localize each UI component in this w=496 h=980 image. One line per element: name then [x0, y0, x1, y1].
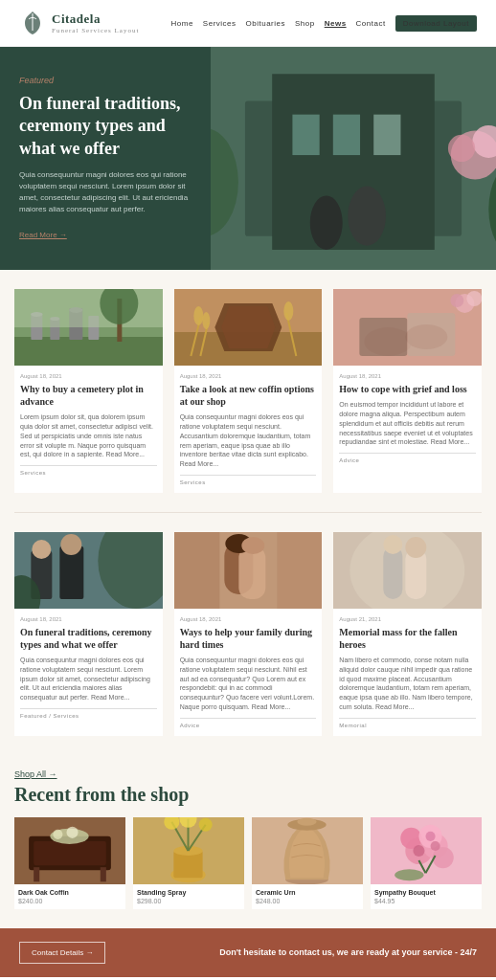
shop-title: Recent from the shop	[14, 784, 482, 806]
shop-item-3-body: Ceramic Urn $248.00	[252, 884, 363, 909]
contact-details-button[interactable]: Contact Details →	[19, 942, 105, 964]
hero-title: On funeral traditions, ceremony types an…	[19, 93, 192, 160]
blog-card-5-body: August 18, 2021 Ways to help your family…	[174, 609, 323, 736]
blog-card-4-date: August 18, 2021	[20, 616, 157, 622]
hero-content: Featured On funeral traditions, ceremony…	[0, 47, 211, 270]
blog-card-4-desc: Quia consequuntur magni dolores eos qui …	[20, 656, 157, 702]
svg-point-32	[202, 312, 210, 329]
blog-card-6-title: Memorial mass for the fallen heroes	[339, 626, 476, 651]
blog-grid-2: August 18, 2021 On funeral traditions, c…	[14, 532, 482, 736]
shop-item-4-image	[371, 817, 482, 884]
svg-point-81	[199, 817, 213, 831]
svg-point-71	[66, 827, 78, 838]
svg-point-7	[348, 187, 386, 246]
svg-rect-55	[174, 532, 219, 609]
nav-obituaries[interactable]: Obituaries	[246, 19, 285, 28]
blog-card-1-body: August 18, 2021 Why to buy a cemetery pl…	[14, 366, 163, 483]
svg-point-93	[431, 841, 440, 851]
nav-home[interactable]: Home	[171, 19, 193, 28]
svg-point-10	[448, 135, 475, 162]
blog-card-1-image	[14, 289, 163, 366]
shop-item-3-name: Ceramic Urn	[256, 889, 359, 896]
shop-item-1[interactable]: Dark Oak Coffin $240.00	[14, 817, 125, 909]
blog-card-6-tag: Memorial	[339, 723, 476, 728]
shop-item-2-body: Standing Spray $298.00	[133, 884, 244, 909]
blog-card-2-title: Take a look at new coffin options at our…	[180, 383, 317, 408]
blog-card-5-image	[174, 532, 323, 609]
shop-item-4[interactable]: Sympathy Bouquet $44.95	[371, 817, 482, 909]
blog-card-4-title: On funeral traditions, ceremony types an…	[20, 626, 157, 651]
shop-item-1-name: Dark Oak Coffin	[18, 889, 122, 896]
svg-rect-14	[14, 337, 163, 366]
shop-item-3[interactable]: Ceramic Urn $248.00	[252, 817, 363, 909]
contact-banner: Contact Details → Don't hesitate to cont…	[0, 928, 496, 977]
blog-card-2-tag: Services	[180, 479, 317, 485]
svg-rect-39	[408, 313, 456, 356]
contact-availability: 24/7	[460, 947, 477, 957]
hero-image-bg	[211, 47, 496, 270]
shop-all-link[interactable]: Shop All →	[14, 769, 57, 779]
shop-item-4-price: $44.95	[374, 898, 478, 904]
nav-contact[interactable]: Contact	[356, 19, 386, 28]
shop-grid: Dark Oak Coffin $240.00	[14, 817, 482, 909]
shop-section: Shop All → Recent from the shop	[0, 755, 496, 928]
svg-rect-56	[277, 532, 322, 609]
blog-card-5-tag: Advice	[180, 723, 317, 728]
svg-point-6	[310, 195, 343, 250]
svg-rect-4	[333, 115, 360, 155]
shop-item-2-name: Standing Spray	[137, 889, 240, 896]
blog-card-2-image	[174, 289, 323, 366]
blog-card-2-desc: Quia consequuntur magni dolores eos qui …	[180, 412, 317, 469]
svg-point-41	[467, 291, 482, 306]
blog-card-6-date: August 21, 2021	[339, 616, 476, 622]
blog-card-6-image	[333, 532, 482, 609]
blog-card-6-body: August 21, 2021 Memorial mass for the fa…	[333, 609, 482, 736]
contact-tagline: Don't hesitate to contact us, we are rea…	[219, 947, 477, 957]
nav-news[interactable]: News	[325, 19, 347, 28]
blog-card-3-body: August 18, 2021 How to cope with grief a…	[333, 366, 482, 471]
shop-item-1-image	[14, 817, 125, 884]
shop-item-2[interactable]: Standing Spray $298.00	[133, 817, 244, 909]
shop-item-4-name: Sympathy Bouquet	[374, 889, 478, 896]
svg-point-34	[283, 301, 293, 321]
nav-links: Home Services Obituaries Shop News Conta…	[171, 15, 478, 32]
blog-card-5: August 18, 2021 Ways to help your family…	[174, 532, 323, 736]
shop-item-3-image	[252, 817, 363, 884]
hero-featured-label: Featured	[19, 76, 192, 85]
blog-card-4-body: August 18, 2021 On funeral traditions, c…	[14, 609, 163, 726]
shop-item-1-body: Dark Oak Coffin $240.00	[14, 884, 125, 909]
blog-grid-1: August 18, 2021 Why to buy a cemetery pl…	[14, 289, 482, 493]
blog-card-2-date: August 18, 2021	[180, 373, 317, 379]
svg-rect-38	[360, 318, 408, 356]
blog-card-3-date: August 18, 2021	[339, 373, 476, 379]
svg-rect-67	[34, 867, 39, 881]
blog-card-3-title: How to cope with grief and loss	[339, 383, 476, 395]
svg-point-94	[425, 832, 435, 841]
hero-read-more[interactable]: Read More →	[19, 231, 67, 239]
brand-name: Citadela	[52, 11, 139, 27]
shop-item-1-price: $240.00	[18, 898, 122, 904]
blog-card-1-date: August 18, 2021	[20, 373, 157, 379]
svg-point-97	[395, 869, 423, 880]
shop-item-2-price: $298.00	[137, 898, 240, 904]
blog-card-5-title: Ways to help your family during hard tim…	[180, 626, 317, 651]
blog-section-2: August 18, 2021 On funeral traditions, c…	[0, 513, 496, 755]
svg-rect-5	[373, 115, 400, 155]
logo-icon	[19, 10, 46, 36]
hero-image	[211, 47, 496, 270]
blog-card-3-desc: On euismod tempor incididunt ut labore e…	[339, 400, 476, 447]
svg-point-54	[241, 537, 264, 554]
svg-rect-68	[101, 867, 106, 881]
blog-card-4-tag: Featured / Services	[20, 713, 157, 719]
blog-card-3-image	[333, 289, 482, 366]
hero-description: Quia consequuntur magni dolores eos qui …	[19, 169, 192, 215]
brand-subtitle: Funeral Services Layout	[52, 27, 139, 34]
blog-card-5-desc: Quia consequuntur magni dolores eos qui …	[180, 656, 317, 712]
nav-download-button[interactable]: Download Layout	[395, 15, 477, 32]
blog-card-5-date: August 18, 2021	[180, 616, 317, 622]
nav-shop[interactable]: Shop	[295, 19, 315, 28]
nav-services[interactable]: Services	[203, 19, 237, 28]
logo[interactable]: Citadela Funeral Services Layout	[19, 10, 139, 36]
blog-card-1-tag: Services	[20, 470, 157, 476]
blog-card-6-desc: Nam libero et commodo, conse notam nulla…	[339, 656, 476, 712]
